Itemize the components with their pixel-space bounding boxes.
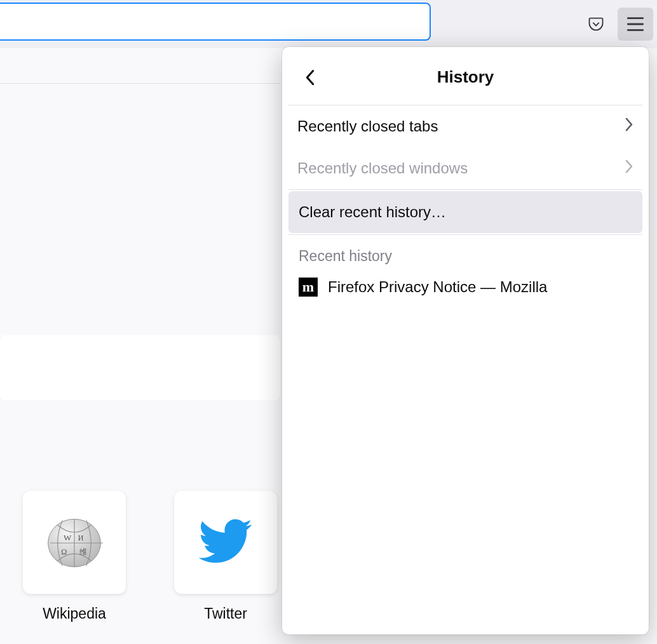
clear-recent-history[interactable]: Clear recent history…	[288, 191, 642, 233]
svg-text:И: И	[78, 533, 84, 542]
svg-text:Ω: Ω	[61, 547, 67, 556]
top-site-wikipedia[interactable]: W И Ω 维 Wikipedia	[23, 491, 126, 622]
panel-title: History	[288, 67, 642, 87]
recent-history-label: Recent history	[282, 235, 649, 271]
menu-item-label: Recently closed windows	[297, 159, 468, 177]
topsites-bar	[0, 48, 280, 84]
pocket-icon	[587, 15, 605, 33]
menu-item-label: Clear recent history…	[299, 203, 446, 221]
browser-toolbar	[0, 0, 657, 48]
history-panel: History Recently closed tabs Recently cl…	[282, 47, 649, 634]
app-menu-button[interactable]	[618, 8, 653, 41]
menu-item-label: Recently closed tabs	[297, 117, 438, 135]
hamburger-icon	[627, 17, 644, 32]
divider	[288, 189, 642, 190]
tile-label: Wikipedia	[43, 605, 106, 622]
recently-closed-windows: Recently closed windows	[282, 147, 649, 189]
svg-text:维: 维	[79, 547, 87, 556]
top-sites: W И Ω 维 Wikipedia Twitter	[23, 491, 277, 644]
tile-box	[174, 491, 277, 594]
tile-box: W И Ω 维	[23, 491, 126, 594]
toolbar-right	[582, 8, 653, 41]
url-bar[interactable]	[0, 3, 431, 41]
search-box-strip[interactable]	[0, 335, 280, 400]
panel-back-button[interactable]	[301, 69, 319, 86]
tile-label: Twitter	[204, 605, 247, 622]
wikipedia-icon: W И Ω 维	[44, 515, 104, 570]
pocket-button[interactable]	[582, 10, 610, 38]
top-site-twitter[interactable]: Twitter	[174, 491, 277, 622]
recently-closed-tabs[interactable]: Recently closed tabs	[282, 105, 649, 147]
history-entry[interactable]: m Firefox Privacy Notice — Mozilla	[282, 271, 649, 303]
mozilla-favicon: m	[299, 278, 318, 297]
chevron-right-icon	[625, 117, 633, 136]
svg-text:W: W	[64, 533, 72, 542]
history-entry-title: Firefox Privacy Notice — Mozilla	[328, 278, 547, 296]
twitter-icon	[199, 519, 252, 566]
chevron-left-icon	[304, 69, 316, 86]
chevron-right-icon	[625, 159, 633, 178]
panel-header: History	[288, 50, 642, 105]
